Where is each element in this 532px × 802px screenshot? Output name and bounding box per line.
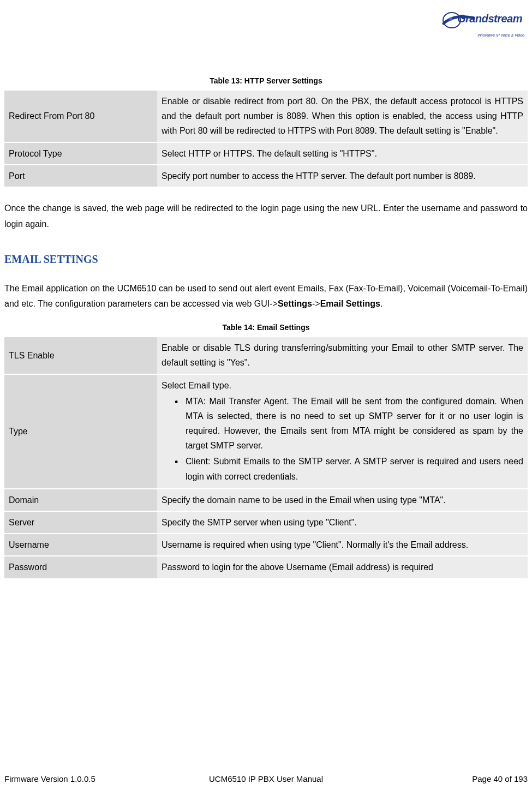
- table-row: Domain Specify the domain name to be use…: [4, 489, 528, 511]
- setting-label: Redirect From Port 80: [4, 90, 157, 142]
- type-intro: Select Email type.: [162, 381, 231, 390]
- setting-description: Specify the SMTP server when using type …: [157, 511, 528, 534]
- redirect-note-paragraph: Once the change is saved, the web page w…: [4, 201, 528, 232]
- setting-label: Protocol Type: [4, 142, 157, 165]
- type-options-list: MTA: Mail Transfer Agent. The Email will…: [162, 394, 523, 484]
- setting-description: Enable or disable TLS during transferrin…: [157, 337, 528, 374]
- table-13-caption: Table 13: HTTP Server Settings: [4, 76, 528, 85]
- setting-label: Password: [4, 556, 157, 578]
- setting-label: Domain: [4, 489, 157, 511]
- setting-label: Type: [4, 374, 157, 489]
- table-row: Protocol Type Select HTTP or HTTPS. The …: [4, 142, 528, 165]
- list-item: Client: Submit Emails to the SMTP server…: [175, 454, 523, 483]
- email-settings-heading: EMAIL SETTINGS: [4, 253, 528, 266]
- setting-label: Username: [4, 534, 157, 556]
- intro-arrow: ->: [312, 299, 320, 308]
- footer-manual-title: UCM6510 IP PBX User Manual: [209, 774, 323, 783]
- email-settings-table: TLS Enable Enable or disable TLS during …: [4, 336, 528, 579]
- setting-label: TLS Enable: [4, 337, 157, 374]
- setting-description: Select HTTP or HTTPS. The default settin…: [157, 142, 528, 165]
- table-row: TLS Enable Enable or disable TLS during …: [4, 337, 528, 374]
- logo-brand-text: Grandstream: [457, 13, 522, 25]
- setting-label: Port: [4, 165, 157, 187]
- table-row: Password Password to login for the above…: [4, 556, 528, 578]
- setting-description: Specify port number to access the HTTP s…: [157, 165, 528, 187]
- svg-point-1: [449, 17, 452, 21]
- table-14-caption: Table 14: Email Settings: [4, 323, 528, 332]
- footer-page-number: Page 40 of 193: [472, 774, 528, 783]
- table-row: Redirect From Port 80 Enable or disable …: [4, 90, 528, 142]
- intro-text: The Email application on the UCM6510 can…: [4, 284, 528, 309]
- table-row: Server Specify the SMTP server when usin…: [4, 511, 528, 534]
- table-row: Type Select Email type. MTA: Mail Transf…: [4, 374, 528, 489]
- http-server-settings-table: Redirect From Port 80 Enable or disable …: [4, 89, 528, 188]
- logo-tagline: Innovative IP Voice & Video: [477, 33, 524, 37]
- email-intro-paragraph: The Email application on the UCM6510 can…: [4, 281, 528, 313]
- setting-description: Select Email type. MTA: Mail Transfer Ag…: [157, 374, 528, 489]
- page-footer: Firmware Version 1.0.0.5 UCM6510 IP PBX …: [4, 774, 528, 783]
- table-row: Port Specify port number to access the H…: [4, 165, 528, 187]
- setting-label: Server: [4, 511, 157, 534]
- nav-email-settings: Email Settings: [320, 299, 380, 308]
- footer-firmware-version: Firmware Version 1.0.0.5: [4, 774, 95, 783]
- table-row: Username Username is required when using…: [4, 534, 528, 556]
- setting-description: Password to login for the above Username…: [157, 556, 528, 578]
- list-item: MTA: Mail Transfer Agent. The Email will…: [175, 394, 523, 453]
- setting-description: Specify the domain name to be used in th…: [157, 489, 528, 511]
- intro-period: .: [380, 299, 382, 308]
- setting-description: Username is required when using type "Cl…: [157, 534, 528, 556]
- nav-settings: Settings: [278, 299, 312, 308]
- setting-description: Enable or disable redirect from port 80.…: [157, 90, 528, 142]
- brand-logo: Grandstream Innovative IP Voice & Video: [441, 8, 525, 38]
